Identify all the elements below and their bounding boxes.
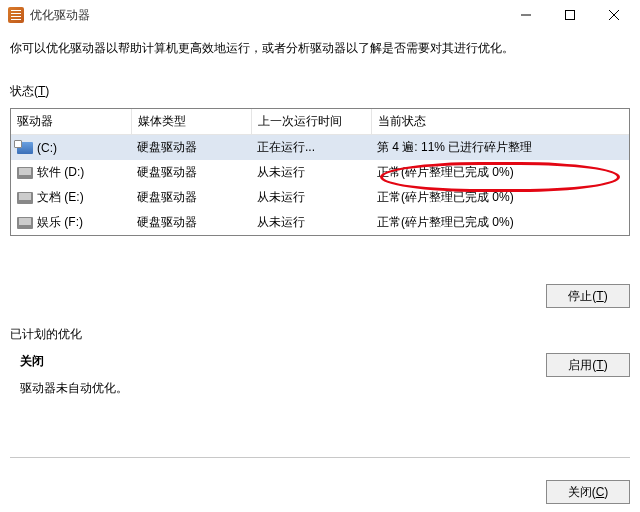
drive-icon	[17, 167, 33, 179]
scheduled-optimize-label: 已计划的优化	[10, 326, 630, 343]
app-icon	[8, 7, 24, 23]
description-text: 你可以优化驱动器以帮助计算机更高效地运行，或者分析驱动器以了解是否需要对其进行优…	[0, 30, 640, 65]
maximize-button[interactable]	[548, 1, 592, 29]
drives-table[interactable]: 驱动器 媒体类型 上一次运行时间 当前状态 (C:) 硬盘驱动器 正在运行...…	[10, 108, 630, 236]
titlebar: 优化驱动器	[0, 0, 640, 30]
media-type: 硬盘驱动器	[131, 185, 251, 210]
schedule-note: 驱动器未自动优化。	[20, 380, 546, 397]
col-last-run[interactable]: 上一次运行时间	[251, 109, 371, 135]
close-button[interactable]	[592, 1, 636, 29]
col-media[interactable]: 媒体类型	[131, 109, 251, 135]
table-row[interactable]: 文档 (E:) 硬盘驱动器 从未运行 正常(碎片整理已完成 0%)	[11, 185, 629, 210]
table-row[interactable]: (C:) 硬盘驱动器 正在运行... 第 4 遍: 11% 已进行碎片整理	[11, 135, 629, 161]
media-type: 硬盘驱动器	[131, 210, 251, 235]
last-run: 从未运行	[251, 185, 371, 210]
window-title: 优化驱动器	[30, 7, 504, 24]
drive-name: 娱乐 (F:)	[37, 215, 83, 229]
minimize-button[interactable]	[504, 1, 548, 29]
media-type: 硬盘驱动器	[131, 135, 251, 161]
last-run: 正在运行...	[251, 135, 371, 161]
table-row[interactable]: 娱乐 (F:) 硬盘驱动器 从未运行 正常(碎片整理已完成 0%)	[11, 210, 629, 235]
table-row[interactable]: 软件 (D:) 硬盘驱动器 从未运行 正常(碎片整理已完成 0%)	[11, 160, 629, 185]
last-run: 从未运行	[251, 160, 371, 185]
stop-button[interactable]: 停止(T)	[546, 284, 630, 308]
status-label: 状态(T)	[0, 65, 640, 104]
drive-icon	[17, 192, 33, 204]
current-status: 正常(碎片整理已完成 0%)	[371, 160, 629, 185]
drive-name: (C:)	[37, 141, 57, 155]
current-status: 正常(碎片整理已完成 0%)	[371, 210, 629, 235]
svg-rect-0	[566, 11, 575, 20]
col-current-status[interactable]: 当前状态	[371, 109, 629, 135]
drive-name: 软件 (D:)	[37, 165, 84, 179]
media-type: 硬盘驱动器	[131, 160, 251, 185]
schedule-state: 关闭	[20, 353, 546, 370]
current-status: 正常(碎片整理已完成 0%)	[371, 185, 629, 210]
drive-icon	[17, 217, 33, 229]
col-drive[interactable]: 驱动器	[11, 109, 131, 135]
drive-icon	[17, 142, 33, 154]
enable-button[interactable]: 启用(T)	[546, 353, 630, 377]
drive-name: 文档 (E:)	[37, 190, 84, 204]
current-status: 第 4 遍: 11% 已进行碎片整理	[371, 135, 629, 161]
last-run: 从未运行	[251, 210, 371, 235]
close-dialog-button[interactable]: 关闭(C)	[546, 480, 630, 504]
